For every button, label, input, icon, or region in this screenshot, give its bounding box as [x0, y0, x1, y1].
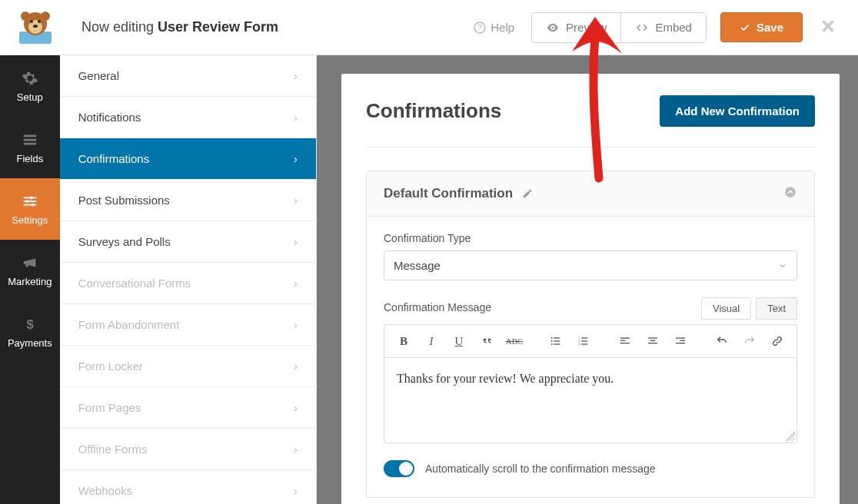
panel-header[interactable]: Default Confirmation	[367, 171, 814, 217]
svg-point-18	[551, 340, 553, 342]
ul-button[interactable]	[546, 331, 566, 351]
link-button[interactable]	[767, 331, 787, 351]
close-button[interactable]	[803, 15, 853, 40]
resize-handle[interactable]	[786, 432, 795, 441]
chevron-right-icon: ›	[294, 194, 298, 207]
chevron-right-icon: ›	[294, 318, 298, 331]
sidebar-item-payments[interactable]: $ Payments	[0, 301, 60, 363]
submenu-post-submissions[interactable]: Post Submissions›	[60, 180, 316, 221]
submenu-conversational-forms[interactable]: Conversational Forms›	[60, 263, 316, 304]
editor-content[interactable]: Thanks for your review! We appreciate yo…	[384, 358, 796, 443]
svg-rect-34	[676, 337, 685, 338]
help-icon: ?	[474, 22, 486, 34]
chevron-right-icon: ›	[294, 443, 298, 456]
underline-button[interactable]: U	[449, 331, 469, 351]
confirmation-type-select[interactable]: Message	[384, 250, 797, 280]
svg-point-10	[552, 26, 554, 28]
tab-visual[interactable]: Visual	[701, 297, 751, 320]
submenu-form-pages[interactable]: Form Pages›	[60, 387, 316, 429]
check-icon	[740, 22, 750, 33]
align-left-button[interactable]	[615, 331, 635, 351]
chevron-right-icon: ›	[294, 235, 298, 248]
svg-rect-28	[620, 337, 630, 338]
dollar-icon: $	[22, 316, 38, 333]
primary-sidebar: Setup Fields Settings Marketing $ Paymen…	[0, 55, 60, 504]
redo-button[interactable]	[740, 331, 760, 351]
sidebar-item-fields[interactable]: Fields	[0, 117, 60, 178]
auto-scroll-toggle[interactable]	[384, 460, 414, 477]
sliders-icon	[22, 193, 38, 210]
sidebar-item-marketing[interactable]: Marketing	[0, 240, 60, 301]
submenu-general[interactable]: General›	[60, 55, 316, 97]
chevron-up-circle-icon	[783, 185, 797, 199]
svg-rect-29	[620, 340, 626, 341]
svg-rect-30	[620, 343, 630, 343]
svg-point-16	[551, 337, 553, 339]
svg-text:?: ?	[477, 24, 482, 32]
confirmation-message-label: Confirmation Message	[384, 301, 491, 313]
preview-embed-group: Preview Embed	[531, 12, 707, 43]
svg-rect-23	[581, 337, 587, 338]
svg-point-13	[31, 203, 34, 206]
submenu-offline-forms[interactable]: Offline Forms›	[60, 429, 316, 470]
submenu-webhooks[interactable]: Webhooks›	[60, 470, 316, 504]
svg-rect-17	[554, 337, 560, 338]
svg-point-7	[33, 25, 38, 28]
svg-rect-33	[648, 343, 657, 343]
collapse-button[interactable]	[783, 185, 797, 202]
eye-icon	[546, 21, 560, 35]
editing-label: Now editing User Review Form	[71, 19, 474, 35]
svg-rect-35	[680, 340, 685, 341]
editor-toolbar: B I U ABC 123	[384, 325, 796, 358]
help-button[interactable]: ? Help	[474, 21, 514, 34]
align-right-button[interactable]	[670, 331, 690, 351]
chevron-right-icon: ›	[294, 111, 298, 124]
svg-rect-27	[581, 343, 587, 344]
bullhorn-icon	[22, 254, 38, 271]
code-icon	[635, 21, 649, 35]
page-title: Confirmations	[366, 99, 501, 123]
svg-text:$: $	[26, 317, 33, 330]
chevron-right-icon: ›	[294, 401, 298, 414]
svg-point-6	[38, 20, 41, 23]
gear-icon	[22, 70, 38, 87]
rich-text-editor: B I U ABC 123	[384, 324, 797, 443]
submenu-form-abandonment[interactable]: Form Abandonment›	[60, 304, 316, 346]
strike-button[interactable]: ABC	[504, 331, 524, 351]
chevron-right-icon: ›	[294, 484, 298, 497]
svg-point-11	[30, 196, 33, 199]
submenu-form-locker[interactable]: Form Locker›	[60, 346, 316, 387]
svg-text:3: 3	[578, 342, 580, 346]
bold-button[interactable]: B	[394, 331, 414, 351]
quote-button[interactable]	[477, 331, 497, 351]
svg-point-2	[21, 12, 30, 21]
close-icon	[820, 18, 836, 35]
sidebar-item-settings[interactable]: Settings	[0, 178, 60, 240]
align-center-button[interactable]	[643, 331, 663, 351]
italic-button[interactable]: I	[421, 331, 441, 351]
svg-point-20	[551, 343, 553, 345]
undo-button[interactable]	[712, 331, 732, 351]
save-button[interactable]: Save	[720, 12, 803, 42]
ol-button[interactable]: 123	[574, 331, 594, 351]
chevron-right-icon: ›	[294, 277, 298, 290]
editing-prefix: Now editing	[81, 19, 158, 35]
select-value: Message	[394, 259, 441, 272]
submenu-surveys[interactable]: Surveys and Polls›	[60, 221, 316, 263]
pencil-icon[interactable]	[522, 188, 533, 199]
submenu-confirmations[interactable]: Confirmations›	[60, 138, 316, 180]
confirmation-type-label: Confirmation Type	[384, 232, 797, 244]
sidebar-item-setup[interactable]: Setup	[0, 55, 60, 117]
list-icon	[22, 131, 38, 148]
svg-rect-32	[650, 340, 656, 341]
svg-rect-21	[554, 343, 560, 344]
embed-button[interactable]: Embed	[620, 13, 706, 42]
tab-text[interactable]: Text	[756, 297, 797, 320]
settings-submenu: General› Notifications› Confirmations› P…	[60, 55, 317, 504]
confirmations-card: Confirmations Add New Confirmation Defau…	[341, 74, 840, 504]
default-confirmation-panel: Default Confirmation Confirmation Type M…	[366, 171, 815, 498]
chevron-right-icon: ›	[294, 360, 298, 373]
preview-button[interactable]: Preview	[532, 13, 620, 42]
submenu-notifications[interactable]: Notifications›	[60, 97, 316, 138]
add-new-confirmation-button[interactable]: Add New Confirmation	[660, 95, 815, 127]
